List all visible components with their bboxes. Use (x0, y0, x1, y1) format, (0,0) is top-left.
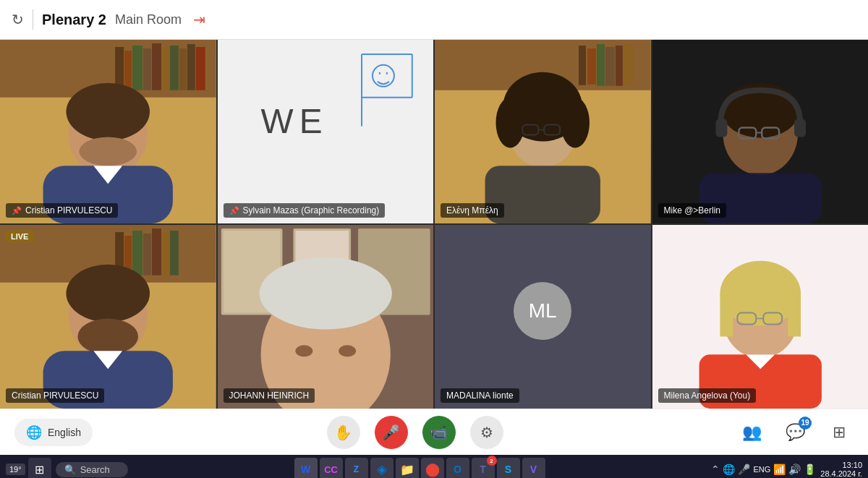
grid-view-button[interactable]: ⊞ (825, 418, 854, 447)
madalina-avatar: ML (514, 282, 571, 340)
taskbar-teams[interactable]: T 2 (472, 458, 495, 478)
video-cell-mike: Mike @>Berlin (652, 40, 869, 223)
video-icon: 📹 (430, 424, 448, 441)
video-cell-milena: Milena Angelova (You) (652, 225, 869, 409)
svg-rect-59 (170, 231, 179, 276)
settings-icon: ⚙ (480, 424, 493, 441)
svg-text:WE: WE (260, 102, 328, 140)
taskbar-outlook[interactable]: O (446, 458, 469, 478)
wifi-icon: 📶 (773, 464, 786, 475)
svg-point-73 (259, 257, 391, 330)
name-label-johann: JOHANN HEINRICH (224, 388, 315, 403)
lang-code: ENG (753, 465, 770, 474)
svg-point-62 (77, 318, 138, 354)
svg-rect-45 (715, 119, 727, 137)
svg-rect-79 (720, 294, 733, 337)
search-icon: 🔍 (64, 464, 76, 475)
svg-rect-33 (624, 43, 634, 86)
chevron-up-icon[interactable]: ⌃ (711, 464, 720, 475)
svg-rect-9 (179, 48, 187, 90)
svg-rect-6 (152, 43, 161, 90)
name-label-cristian-2: Cristian PIRVULESCU (6, 388, 104, 403)
svg-rect-32 (616, 46, 623, 86)
pin-icon-2: 📌 (229, 206, 239, 215)
video-cell-cristian-2: LIVE Cristian PIRVULESCU (0, 225, 216, 409)
clock-display: 13:10 28.4.2024 г. (820, 461, 862, 478)
svg-point-14 (79, 137, 137, 166)
name-label-mike: Mike @>Berlin (658, 203, 727, 218)
name-label-eleni: Ελένη Μπέλη (441, 203, 504, 218)
svg-point-75 (339, 345, 356, 357)
system-tray-icons: ⌃ 🌐 🎤 ENG 📶 🔊 🔋 (711, 464, 816, 475)
pin-icon-1: 📌 (12, 206, 22, 215)
network-icon: 🌐 (723, 464, 735, 475)
start-button[interactable]: ⊞ (28, 458, 51, 478)
exit-icon[interactable]: ⇥ (193, 11, 205, 28)
search-label: Search (80, 464, 110, 475)
settings-button[interactable]: ⚙ (470, 416, 503, 449)
svg-rect-8 (170, 46, 179, 90)
svg-rect-57 (152, 229, 161, 276)
name-label-sylvain: 📌 Sylvain Mazas (Graphic Recording) (224, 203, 386, 218)
svg-rect-80 (788, 294, 801, 337)
temperature-display: 19° (6, 464, 25, 475)
teams-badge: 2 (487, 456, 497, 466)
svg-rect-28 (579, 46, 586, 85)
svg-rect-30 (597, 44, 605, 86)
raise-hand-button[interactable]: ✋ (327, 416, 360, 449)
video-cell-sylvain: WE 📌 Sylvain Mazas (Graphic Recording) (218, 40, 434, 223)
windows-taskbar: 19° ⊞ 🔍 Search W CC Z ◈ 📁 ⬤ O T 2 S V ⌃ … (0, 455, 868, 478)
language-icon: 🌐 (26, 424, 42, 440)
center-controls: ✋ 🎤 📹 ⚙ (327, 416, 503, 449)
taskbar-right: ⌃ 🌐 🎤 ENG 📶 🔊 🔋 13:10 28.4.2024 г. (711, 461, 862, 478)
svg-point-61 (66, 265, 150, 323)
name-label-madalina: MADALINA lionte (441, 388, 519, 403)
room-label: Main Room (115, 12, 182, 27)
video-grid: 📌 Cristian PIRVULESCU WE 📌 Sylvain Mazas… (0, 40, 868, 409)
taskbar-word[interactable]: W (294, 458, 318, 478)
language-label: English (48, 427, 81, 438)
svg-rect-11 (196, 47, 205, 90)
mic-tray-icon: 🎤 (738, 464, 750, 475)
title-divider (33, 9, 33, 30)
svg-rect-3 (124, 51, 132, 90)
battery-icon: 🔋 (804, 464, 816, 475)
video-button[interactable]: 📹 (422, 416, 456, 449)
controls-bar: 🌐 English ✋ 🎤 📹 ⚙ 👥 💬 19 ⊞ (0, 409, 868, 455)
svg-rect-10 (187, 44, 195, 90)
mute-button[interactable]: 🎤 (375, 416, 408, 449)
language-button[interactable]: 🌐 English (14, 419, 93, 446)
svg-rect-7 (162, 47, 169, 90)
volume-icon: 🔊 (788, 464, 801, 475)
taskbar-viber[interactable]: V (522, 458, 545, 478)
svg-rect-58 (162, 232, 169, 276)
svg-rect-5 (143, 48, 151, 90)
svg-rect-46 (794, 119, 806, 137)
taskbar-chrome[interactable]: ⬤ (421, 458, 444, 478)
live-badge: LIVE (6, 231, 33, 242)
date-label: 28.4.2024 г. (820, 469, 862, 478)
taskbar-explorer[interactable]: 📁 (396, 458, 419, 478)
svg-point-13 (66, 83, 150, 141)
participants-button[interactable]: 👥 (738, 418, 767, 447)
svg-point-36 (496, 98, 525, 148)
taskbar-skype[interactable]: S (497, 458, 520, 478)
taskbar-cc[interactable]: CC (320, 458, 343, 478)
participants-icon: 👥 (742, 423, 762, 442)
video-cell-johann: JOHANN HEINRICH (218, 225, 434, 409)
taskbar-edge[interactable]: ◈ (370, 458, 393, 478)
grid-icon: ⊞ (833, 423, 846, 442)
video-cell-eleni: Ελένη Μπέλη (435, 40, 651, 223)
time-label: 13:10 (820, 461, 862, 469)
svg-point-74 (295, 345, 312, 357)
hand-icon: ✋ (334, 424, 352, 441)
chat-button[interactable]: 💬 19 (781, 418, 810, 447)
taskbar-zoom[interactable]: Z (345, 458, 368, 478)
chat-badge: 19 (799, 417, 812, 430)
meeting-title: Plenary 2 (42, 12, 106, 28)
sync-icon[interactable]: ↻ (12, 11, 24, 28)
taskbar-search[interactable]: 🔍 Search (56, 462, 128, 477)
mic-off-icon: 🎤 (382, 424, 400, 441)
svg-rect-56 (143, 234, 151, 276)
right-controls: 👥 💬 19 ⊞ (738, 418, 854, 447)
